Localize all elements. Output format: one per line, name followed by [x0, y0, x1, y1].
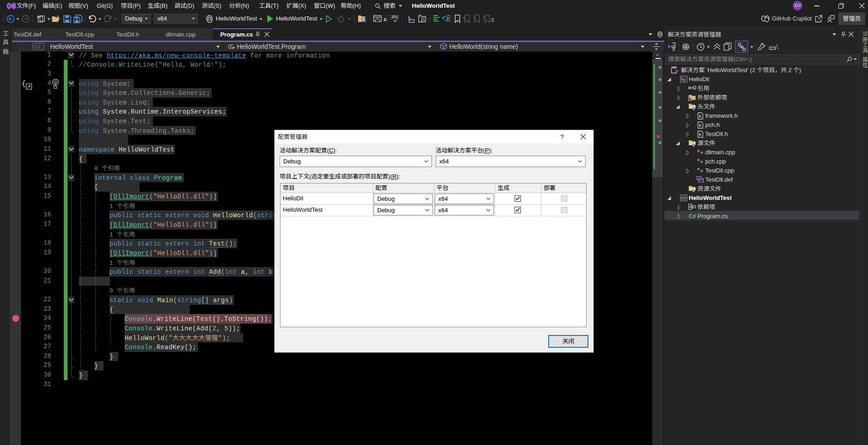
svg-text:C#: C# — [689, 213, 696, 220]
svg-text:h: h — [699, 114, 702, 119]
svg-text:C#: C# — [34, 44, 41, 49]
svg-text:abc: abc — [391, 14, 399, 19]
svg-text:C#: C# — [681, 195, 687, 200]
svg-text:h: h — [699, 123, 702, 128]
svg-text:h: h — [699, 132, 702, 137]
